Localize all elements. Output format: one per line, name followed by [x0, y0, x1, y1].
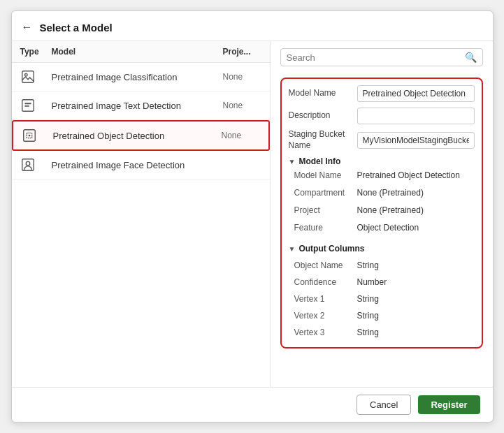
model-name-object-detection: Pretrained Object Detection: [53, 131, 222, 141]
model-info-section: Model Name Pretrained Object Detection C…: [289, 170, 475, 238]
dialog-header: ← Select a Model: [12, 11, 493, 41]
table-header: Type Model Proje...: [12, 41, 270, 63]
output-type-2: String: [357, 294, 475, 304]
model-project-img-classification: None: [223, 72, 261, 82]
info-value-project: None (Pretrained): [357, 205, 475, 215]
output-row-1: Confidence Number: [294, 274, 475, 290]
col-header-model: Model: [52, 47, 223, 57]
info-row-3: Feature Object Detection: [294, 223, 475, 238]
model-name-label: Model Name: [289, 88, 352, 99]
info-label-model-name: Model Name: [294, 170, 357, 180]
output-row-3: Vertex 2 String: [294, 308, 475, 323]
staging-bucket-row: Staging Bucket Name: [289, 129, 475, 151]
info-label-project: Project: [294, 205, 357, 215]
cancel-button[interactable]: Cancel: [357, 395, 411, 415]
form-fields: Model Name Description Staging Bucket Na…: [289, 85, 475, 151]
svg-rect-4: [24, 105, 29, 107]
model-info-title: Model Info: [298, 156, 340, 166]
model-info-header: ▼ Model Info: [289, 156, 475, 166]
model-project-object-detection: None: [222, 131, 260, 140]
output-columns-header: ▼ Output Columns: [289, 244, 475, 254]
model-name-img-face-detection: Pretrained Image Face Detection: [52, 160, 223, 170]
info-row-1: Compartment None (Pretrained): [294, 188, 475, 203]
dialog-body: Type Model Proje... Pretrained Image Cla…: [12, 41, 493, 387]
info-label-feature: Feature: [294, 223, 357, 233]
dialog-title: Select a Model: [40, 22, 113, 34]
model-name-input[interactable]: [357, 85, 475, 102]
info-row-2: Project None (Pretrained): [294, 205, 475, 221]
icon-img-face-detection: [20, 157, 52, 173]
description-label: Description: [289, 110, 352, 122]
model-row-img-text-detection[interactable]: Pretrained Image Text Detection None: [12, 91, 270, 120]
info-value-model-name: Pretrained Object Detection: [357, 170, 475, 180]
details-highlight-box: Model Name Description Staging Bucket Na…: [280, 78, 483, 348]
output-row-0: Object Name String: [294, 258, 475, 273]
icon-object-detection: [22, 128, 53, 143]
model-row-object-detection[interactable]: Pretrained Object Detection None: [12, 120, 270, 151]
output-type-3: String: [357, 311, 475, 321]
output-columns-toggle-icon[interactable]: ▼: [289, 245, 296, 253]
info-value-compartment: None (Pretrained): [357, 188, 475, 198]
output-label-2: Vertex 1: [294, 294, 357, 304]
staging-bucket-input[interactable]: [357, 132, 475, 149]
output-type-4: String: [357, 328, 475, 337]
select-model-dialog: ← Select a Model Type Model Proje...: [11, 10, 494, 423]
search-container[interactable]: 🔍: [280, 48, 483, 66]
output-type-0: String: [357, 260, 475, 270]
col-header-type: Type: [20, 47, 52, 57]
description-input[interactable]: [357, 108, 475, 124]
model-details-panel: 🔍 Model Name Description Staging Bucket …: [271, 41, 493, 387]
dialog-footer: Cancel Register: [12, 387, 493, 422]
register-button[interactable]: Register: [418, 395, 480, 414]
output-columns-title: Output Columns: [298, 244, 364, 254]
model-row-img-face-detection[interactable]: Pretrained Image Face Detection: [12, 151, 270, 179]
description-row: Description: [289, 107, 475, 125]
info-value-feature: Object Detection: [357, 223, 475, 233]
icon-img-text-detection: [20, 98, 52, 113]
output-row-2: Vertex 1 String: [294, 291, 475, 307]
info-row-0: Model Name Pretrained Object Detection: [294, 170, 475, 186]
model-name-img-classification: Pretrained Image Classification: [52, 72, 223, 82]
output-columns-section: Object Name String Confidence Number Ver…: [289, 258, 475, 340]
model-info-toggle-icon[interactable]: ▼: [289, 158, 296, 166]
model-project-img-text-detection: None: [223, 101, 261, 110]
model-list-panel: Type Model Proje... Pretrained Image Cla…: [12, 41, 271, 387]
svg-point-9: [26, 161, 30, 166]
model-list: Pretrained Image Classification None Pre…: [12, 63, 270, 387]
model-row-img-classification[interactable]: Pretrained Image Classification None: [12, 63, 270, 91]
output-label-3: Vertex 2: [294, 311, 357, 321]
svg-rect-0: [22, 71, 34, 83]
staging-bucket-label: Staging Bucket Name: [289, 129, 352, 151]
icon-img-classification: [20, 69, 52, 85]
svg-rect-3: [24, 103, 31, 104]
output-label-1: Confidence: [294, 277, 357, 287]
output-row-4: Vertex 3 String: [294, 325, 475, 340]
back-button[interactable]: ←: [22, 21, 33, 34]
model-name-img-text-detection: Pretrained Image Text Detection: [52, 101, 223, 111]
svg-point-7: [28, 135, 30, 137]
search-input[interactable]: [287, 52, 465, 63]
output-type-1: Number: [357, 277, 475, 287]
col-header-project: Proje...: [223, 47, 261, 57]
search-icon: 🔍: [465, 52, 477, 63]
model-name-row: Model Name: [289, 85, 475, 103]
info-label-compartment: Compartment: [294, 188, 357, 198]
output-label-0: Object Name: [294, 260, 357, 270]
svg-point-1: [24, 73, 27, 76]
output-label-4: Vertex 3: [294, 328, 357, 337]
